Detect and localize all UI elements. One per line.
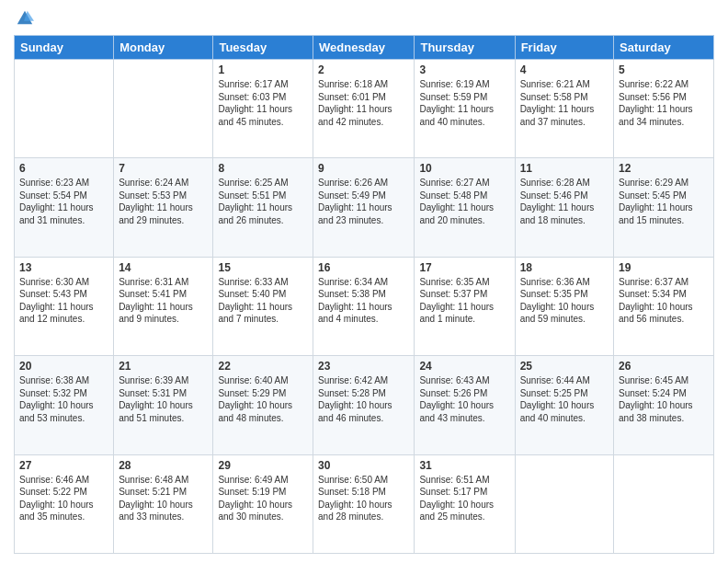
day-number: 20	[19, 360, 108, 373]
day-number: 25	[520, 360, 609, 373]
calendar-cell: 27Sunrise: 6:46 AM Sunset: 5:22 PM Dayli…	[15, 454, 114, 553]
calendar-cell: 13Sunrise: 6:30 AM Sunset: 5:43 PM Dayli…	[15, 257, 114, 355]
calendar-cell	[114, 60, 213, 158]
day-info: Sunrise: 6:22 AM Sunset: 5:56 PM Dayligh…	[619, 78, 709, 128]
day-info: Sunrise: 6:51 AM Sunset: 5:17 PM Dayligh…	[419, 474, 509, 523]
calendar-cell: 4Sunrise: 6:21 AM Sunset: 5:58 PM Daylig…	[515, 60, 613, 158]
day-number: 23	[318, 360, 409, 373]
calendar-week-row: 27Sunrise: 6:46 AM Sunset: 5:22 PM Dayli…	[15, 454, 714, 553]
day-info: Sunrise: 6:38 AM Sunset: 5:32 PM Dayligh…	[19, 374, 108, 424]
day-number: 22	[218, 360, 308, 373]
calendar-cell: 23Sunrise: 6:42 AM Sunset: 5:28 PM Dayli…	[313, 356, 415, 454]
weekday-header-wednesday: Wednesday	[313, 36, 415, 60]
calendar-cell: 26Sunrise: 6:45 AM Sunset: 5:24 PM Dayli…	[614, 356, 714, 454]
calendar-week-row: 1Sunrise: 6:17 AM Sunset: 6:03 PM Daylig…	[15, 60, 714, 158]
calendar-cell: 2Sunrise: 6:18 AM Sunset: 6:01 PM Daylig…	[313, 60, 415, 158]
logo-icon	[16, 9, 34, 28]
day-info: Sunrise: 6:18 AM Sunset: 6:01 PM Dayligh…	[318, 78, 409, 128]
day-info: Sunrise: 6:31 AM Sunset: 5:41 PM Dayligh…	[119, 276, 208, 326]
day-info: Sunrise: 6:26 AM Sunset: 5:49 PM Dayligh…	[318, 177, 409, 226]
day-info: Sunrise: 6:23 AM Sunset: 5:54 PM Dayligh…	[19, 177, 108, 226]
calendar-cell: 28Sunrise: 6:48 AM Sunset: 5:21 PM Dayli…	[114, 454, 213, 553]
day-info: Sunrise: 6:33 AM Sunset: 5:40 PM Dayligh…	[218, 276, 308, 326]
day-number: 7	[119, 162, 208, 175]
day-number: 3	[419, 63, 509, 76]
calendar-cell: 29Sunrise: 6:49 AM Sunset: 5:19 PM Dayli…	[213, 454, 313, 553]
calendar-cell: 30Sunrise: 6:50 AM Sunset: 5:18 PM Dayli…	[313, 454, 415, 553]
day-number: 19	[619, 261, 709, 274]
calendar-week-row: 6Sunrise: 6:23 AM Sunset: 5:54 PM Daylig…	[15, 158, 714, 257]
day-number: 5	[619, 63, 709, 76]
calendar-week-row: 13Sunrise: 6:30 AM Sunset: 5:43 PM Dayli…	[15, 257, 714, 355]
calendar-cell: 31Sunrise: 6:51 AM Sunset: 5:17 PM Dayli…	[415, 454, 515, 553]
calendar-cell: 21Sunrise: 6:39 AM Sunset: 5:31 PM Dayli…	[114, 356, 213, 454]
day-info: Sunrise: 6:44 AM Sunset: 5:25 PM Dayligh…	[520, 374, 609, 424]
calendar-cell: 1Sunrise: 6:17 AM Sunset: 6:03 PM Daylig…	[213, 60, 313, 158]
day-number: 31	[419, 459, 509, 472]
day-number: 2	[318, 63, 409, 76]
calendar-cell	[15, 60, 114, 158]
day-number: 30	[318, 459, 409, 472]
day-number: 17	[419, 261, 509, 274]
calendar-cell: 16Sunrise: 6:34 AM Sunset: 5:38 PM Dayli…	[313, 257, 415, 355]
day-number: 21	[119, 360, 208, 373]
day-info: Sunrise: 6:40 AM Sunset: 5:29 PM Dayligh…	[218, 374, 308, 424]
day-info: Sunrise: 6:30 AM Sunset: 5:43 PM Dayligh…	[19, 276, 108, 326]
calendar-table: SundayMondayTuesdayWednesdayThursdayFrid…	[14, 35, 714, 554]
day-number: 29	[218, 459, 308, 472]
header	[14, 9, 714, 28]
calendar-cell: 15Sunrise: 6:33 AM Sunset: 5:40 PM Dayli…	[213, 257, 313, 355]
day-number: 26	[619, 360, 709, 373]
calendar-cell	[515, 454, 613, 553]
day-number: 14	[119, 261, 208, 274]
day-info: Sunrise: 6:43 AM Sunset: 5:26 PM Dayligh…	[419, 374, 509, 424]
day-number: 9	[318, 162, 409, 175]
calendar-cell: 8Sunrise: 6:25 AM Sunset: 5:51 PM Daylig…	[213, 158, 313, 257]
page: SundayMondayTuesdayWednesdayThursdayFrid…	[0, 0, 728, 563]
calendar-cell: 19Sunrise: 6:37 AM Sunset: 5:34 PM Dayli…	[614, 257, 714, 355]
day-info: Sunrise: 6:17 AM Sunset: 6:03 PM Dayligh…	[218, 78, 308, 128]
calendar-cell: 5Sunrise: 6:22 AM Sunset: 5:56 PM Daylig…	[614, 60, 714, 158]
day-info: Sunrise: 6:24 AM Sunset: 5:53 PM Dayligh…	[119, 177, 208, 226]
calendar-cell: 7Sunrise: 6:24 AM Sunset: 5:53 PM Daylig…	[114, 158, 213, 257]
day-number: 13	[19, 261, 108, 274]
day-number: 28	[119, 459, 208, 472]
day-number: 6	[19, 162, 108, 175]
calendar-cell: 17Sunrise: 6:35 AM Sunset: 5:37 PM Dayli…	[415, 257, 515, 355]
day-info: Sunrise: 6:48 AM Sunset: 5:21 PM Dayligh…	[119, 474, 208, 523]
weekday-header-monday: Monday	[114, 36, 213, 60]
weekday-header-saturday: Saturday	[614, 36, 714, 60]
day-info: Sunrise: 6:35 AM Sunset: 5:37 PM Dayligh…	[419, 276, 509, 326]
calendar-cell: 11Sunrise: 6:28 AM Sunset: 5:46 PM Dayli…	[515, 158, 613, 257]
calendar-cell: 10Sunrise: 6:27 AM Sunset: 5:48 PM Dayli…	[415, 158, 515, 257]
calendar-cell: 6Sunrise: 6:23 AM Sunset: 5:54 PM Daylig…	[15, 158, 114, 257]
logo	[14, 9, 34, 28]
day-info: Sunrise: 6:36 AM Sunset: 5:35 PM Dayligh…	[520, 276, 609, 326]
day-info: Sunrise: 6:25 AM Sunset: 5:51 PM Dayligh…	[218, 177, 308, 226]
calendar-week-row: 20Sunrise: 6:38 AM Sunset: 5:32 PM Dayli…	[15, 356, 714, 454]
day-number: 16	[318, 261, 409, 274]
day-number: 24	[419, 360, 509, 373]
day-info: Sunrise: 6:21 AM Sunset: 5:58 PM Dayligh…	[520, 78, 609, 128]
weekday-header-thursday: Thursday	[415, 36, 515, 60]
day-number: 8	[218, 162, 308, 175]
day-number: 12	[619, 162, 709, 175]
day-info: Sunrise: 6:39 AM Sunset: 5:31 PM Dayligh…	[119, 374, 208, 424]
day-info: Sunrise: 6:42 AM Sunset: 5:28 PM Dayligh…	[318, 374, 409, 424]
weekday-header-row: SundayMondayTuesdayWednesdayThursdayFrid…	[15, 36, 714, 60]
calendar-cell: 9Sunrise: 6:26 AM Sunset: 5:49 PM Daylig…	[313, 158, 415, 257]
day-number: 10	[419, 162, 509, 175]
calendar-cell: 24Sunrise: 6:43 AM Sunset: 5:26 PM Dayli…	[415, 356, 515, 454]
day-number: 15	[218, 261, 308, 274]
calendar-cell: 18Sunrise: 6:36 AM Sunset: 5:35 PM Dayli…	[515, 257, 613, 355]
day-number: 1	[218, 63, 308, 76]
day-number: 4	[520, 63, 609, 76]
day-number: 18	[520, 261, 609, 274]
weekday-header-friday: Friday	[515, 36, 613, 60]
day-info: Sunrise: 6:49 AM Sunset: 5:19 PM Dayligh…	[218, 474, 308, 523]
day-info: Sunrise: 6:19 AM Sunset: 5:59 PM Dayligh…	[419, 78, 509, 128]
calendar-cell: 22Sunrise: 6:40 AM Sunset: 5:29 PM Dayli…	[213, 356, 313, 454]
day-info: Sunrise: 6:28 AM Sunset: 5:46 PM Dayligh…	[520, 177, 609, 226]
calendar-cell: 20Sunrise: 6:38 AM Sunset: 5:32 PM Dayli…	[15, 356, 114, 454]
day-info: Sunrise: 6:45 AM Sunset: 5:24 PM Dayligh…	[619, 374, 709, 424]
